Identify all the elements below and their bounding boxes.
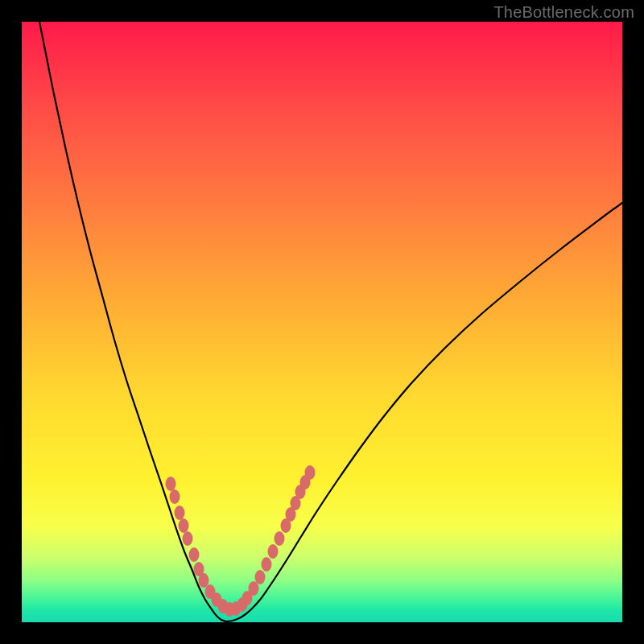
chart-frame: TheBottleneck.com [0, 0, 644, 644]
marker-dot [166, 477, 176, 491]
marker-dot [249, 581, 259, 596]
curve-layer [39, 22, 622, 621]
marker-dot [170, 489, 180, 504]
left-curve [39, 22, 226, 621]
marker-dot [189, 547, 200, 562]
marker-dot [305, 465, 316, 480]
watermark-text: TheBottleneck.com [493, 3, 634, 22]
marker-dot [199, 573, 209, 588]
marker-dot [179, 518, 189, 533]
chart-svg [22, 22, 622, 622]
marker-dot [268, 544, 279, 559]
marker-dot [262, 557, 272, 572]
plot-area [22, 22, 622, 622]
marker-layer [166, 465, 316, 617]
marker-dot [255, 570, 266, 584]
marker-dot [175, 506, 185, 520]
right-curve [226, 203, 622, 621]
marker-dot [275, 531, 285, 546]
marker-dot [183, 531, 193, 546]
